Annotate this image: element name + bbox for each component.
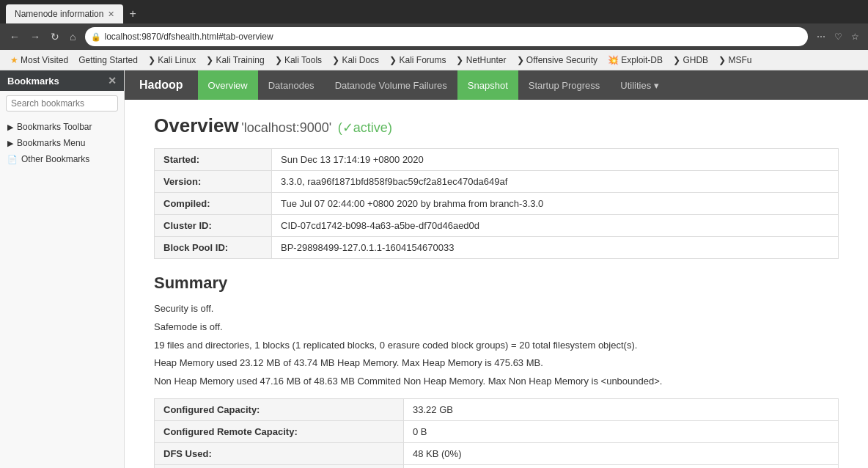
sidebar-search-input[interactable] [6, 95, 118, 111]
sidebar-item-bookmarks-toolbar[interactable]: ▶ Bookmarks Toolbar [0, 119, 124, 135]
info-label: Cluster ID: [155, 215, 272, 237]
sidebar-search-wrap [0, 91, 124, 116]
info-value: CID-07cd1742-b098-4a63-a5be-df70d46aed0d [272, 215, 839, 237]
summary-table-row: Non DFS Used:29.2 GB [155, 464, 839, 468]
address-input[interactable] [104, 32, 802, 42]
bookmark-button[interactable]: ♡ [831, 30, 845, 43]
content-area: Hadoop Overview Datanodes Datanode Volum… [125, 70, 868, 468]
nav-item-utilities[interactable]: Utilities ▾ [610, 70, 669, 100]
page-content: Overview 'localhost:9000' (✓active) Star… [125, 100, 868, 468]
summary-value: 33.22 GB [404, 398, 839, 420]
overview-heading: Overview 'localhost:9000' (✓active) [154, 114, 839, 137]
summary-text-line: Security is off. [154, 301, 839, 317]
extensions-button[interactable]: ⋯ [814, 30, 828, 43]
nav-item-snapshot[interactable]: Snapshot [457, 70, 518, 100]
address-bar-wrap: 🔒 [85, 27, 808, 46]
bookmark-kali-forums[interactable]: ❯ Kali Forums [385, 54, 450, 67]
sidebar-sections: ▶ Bookmarks Toolbar ▶ Bookmarks Menu 📄 O… [0, 116, 124, 170]
summary-value: 48 KB (0%) [404, 442, 839, 464]
nav-item-overview[interactable]: Overview [198, 70, 258, 100]
overview-host: 'localhost:9000' [241, 120, 331, 135]
summary-texts: Security is off.Safemode is off.19 files… [154, 301, 839, 390]
new-tab-button[interactable]: + [123, 4, 141, 23]
star-button[interactable]: ☆ [848, 30, 862, 43]
chevron-right-icon: ▶ [7, 123, 13, 132]
summary-label: Configured Capacity: [155, 398, 404, 420]
bookmark-most-visited[interactable]: ★Most Visited [6, 54, 73, 67]
security-icon: 🔒 [91, 32, 101, 42]
summary-table-row: Configured Capacity:33.22 GB [155, 398, 839, 420]
info-label: Version: [155, 171, 272, 193]
reload-button[interactable]: ↻ [47, 29, 63, 44]
info-value: BP-29898499-127.0.1.1-1604154670033 [272, 237, 839, 259]
sidebar-item-bookmarks-menu[interactable]: ▶ Bookmarks Menu [0, 135, 124, 151]
active-tab[interactable]: Namenode information ✕ [6, 4, 123, 23]
sidebar-item-label: Bookmarks Toolbar [17, 122, 92, 132]
bookmark-getting-started[interactable]: Getting Started [74, 54, 142, 67]
summary-table-row: Configured Remote Capacity:0 B [155, 420, 839, 442]
bookmark-ghdb[interactable]: ❯ GHDB [669, 54, 713, 67]
sidebar-title: Bookmarks [7, 76, 59, 87]
summary-value: 29.2 GB [404, 464, 839, 468]
bookmark-kali-training[interactable]: ❯ Kali Training [202, 54, 268, 67]
nav-item-startup-progress[interactable]: Startup Progress [518, 70, 611, 100]
hadoop-title: Hadoop [125, 70, 198, 100]
chevron-right-icon-2: ▶ [7, 139, 13, 148]
page-title: Overview [154, 114, 239, 136]
info-label: Compiled: [155, 193, 272, 215]
summary-text-line: 19 files and directories, 1 blocks (1 re… [154, 338, 839, 354]
summary-title: Summary [154, 274, 839, 293]
bookmark-offensive-security[interactable]: ❯ Offensive Security [512, 54, 603, 67]
summary-value: 0 B [404, 420, 839, 442]
bookmark-kali-docs[interactable]: ❯ Kali Docs [328, 54, 383, 67]
summary-label: Configured Remote Capacity: [155, 420, 404, 442]
forward-button[interactable]: → [26, 29, 44, 44]
sidebar-item-label-2: Bookmarks Menu [17, 138, 85, 148]
bookmark-kali-tools[interactable]: ❯ Kali Tools [271, 54, 326, 67]
home-button[interactable]: ⌂ [66, 29, 79, 44]
summary-label: DFS Used: [155, 442, 404, 464]
sidebar: Bookmarks ✕ ▶ Bookmarks Toolbar ▶ Bookma… [0, 70, 125, 468]
nav-actions: ⋯ ♡ ☆ [814, 30, 862, 43]
summary-text-line: Non Heap Memory used 47.16 MB of 48.63 M… [154, 374, 839, 390]
bookmark-exploit-db[interactable]: 💥 Exploit-DB [603, 54, 667, 67]
star-icon: ★ [10, 55, 18, 65]
info-value: 3.3.0, raa96f1871bfd858f9bac59cf2a81ec47… [272, 171, 839, 193]
summary-text-line: Heap Memory used 23.12 MB of 43.74 MB He… [154, 356, 839, 371]
sidebar-item-label-3: Other Bookmarks [21, 154, 89, 164]
bookmarks-bar: ★Most Visited Getting Started ❯ Kali Lin… [0, 50, 868, 70]
sidebar-header: Bookmarks ✕ [0, 70, 124, 91]
info-value: Sun Dec 13 17:14:19 +0800 2020 [272, 149, 839, 171]
sidebar-close-button[interactable]: ✕ [108, 75, 117, 87]
nav-bar: ← → ↻ ⌂ 🔒 ⋯ ♡ ☆ [0, 23, 868, 50]
info-label: Block Pool ID: [155, 237, 272, 259]
info-table-row: Compiled:Tue Jul 07 02:44:00 +0800 2020 … [155, 193, 839, 215]
active-badge: (✓active) [338, 120, 392, 135]
info-value: Tue Jul 07 02:44:00 +0800 2020 by brahma… [272, 193, 839, 215]
info-table-row: Started:Sun Dec 13 17:14:19 +0800 2020 [155, 149, 839, 171]
summary-label: Non DFS Used: [155, 464, 404, 468]
info-label: Started: [155, 149, 272, 171]
info-table: Started:Sun Dec 13 17:14:19 +0800 2020Ve… [154, 148, 839, 259]
bookmark-kali-linux[interactable]: ❯ Kali Linux [144, 54, 200, 67]
tab-title: Namenode information [15, 9, 103, 19]
tab-close-button[interactable]: ✕ [108, 10, 114, 19]
main-layout: Bookmarks ✕ ▶ Bookmarks Toolbar ▶ Bookma… [0, 70, 868, 468]
folder-icon: 📄 [7, 155, 18, 164]
hadoop-nav: Hadoop Overview Datanodes Datanode Volum… [125, 70, 868, 100]
tab-bar: Namenode information ✕ + [0, 0, 868, 23]
summary-table-row: DFS Used:48 KB (0%) [155, 442, 839, 464]
nav-item-datanode-volume-failures[interactable]: Datanode Volume Failures [325, 70, 457, 100]
bookmark-msfu[interactable]: ❯ MSFu [714, 54, 756, 67]
info-table-row: Block Pool ID:BP-29898499-127.0.1.1-1604… [155, 237, 839, 259]
summary-text-line: Safemode is off. [154, 320, 839, 335]
bookmark-nethunter[interactable]: ❯ NetHunter [452, 54, 510, 67]
info-table-row: Version:3.3.0, raa96f1871bfd858f9bac59cf… [155, 171, 839, 193]
back-button[interactable]: ← [6, 29, 23, 44]
nav-item-datanodes[interactable]: Datanodes [258, 70, 325, 100]
sidebar-item-other-bookmarks[interactable]: 📄 Other Bookmarks [0, 151, 124, 167]
info-table-row: Cluster ID:CID-07cd1742-b098-4a63-a5be-d… [155, 215, 839, 237]
summary-table: Configured Capacity:33.22 GBConfigured R… [154, 398, 839, 468]
